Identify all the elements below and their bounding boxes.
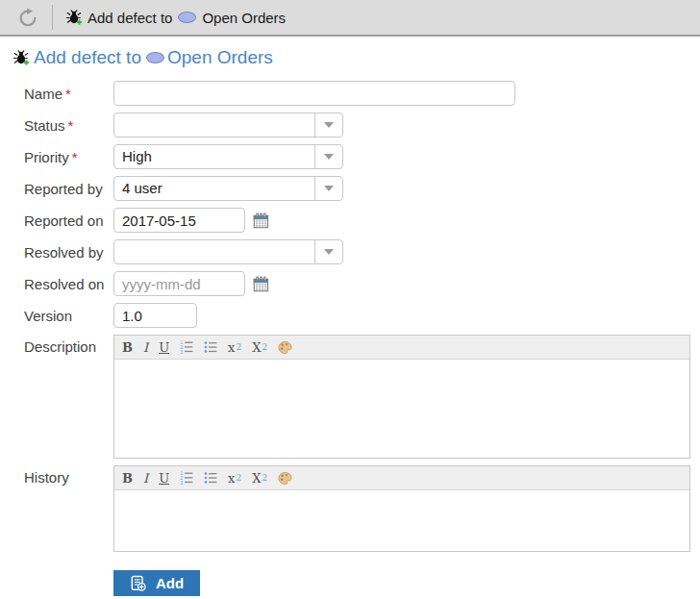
ordered-list-button[interactable]: 123 [180,471,193,485]
form-row-reported-by: Reported by 4 user [24,176,700,201]
required-marker: * [68,117,74,134]
chevron-down-icon [324,122,334,128]
history-editor-toolbar: B I U 123 x2 [114,466,689,490]
required-marker: * [65,86,71,102]
ordered-list-icon: 123 [180,471,193,485]
subscript-button[interactable]: X2 [252,472,267,485]
status-select-value[interactable] [114,113,314,137]
add-document-icon [130,575,146,591]
status-select[interactable] [113,112,343,137]
bullet-list-button[interactable] [204,340,217,354]
svg-text:3: 3 [181,350,184,354]
version-label: Version [24,308,113,324]
form-row-name: Name* [24,81,700,106]
add-button-label: Add [156,575,184,591]
form-row-history: History B I U 123 [24,465,700,552]
italic-button[interactable]: I [143,341,148,354]
history-editor: B I U 123 x2 [113,465,690,552]
chevron-down-icon [324,154,334,160]
defect-form: Name* Status* Priority* High Reported by… [24,81,700,596]
refresh-icon [17,7,38,28]
underline-button[interactable]: U [159,341,169,354]
name-field[interactable] [113,81,515,106]
priority-select[interactable]: High [113,144,343,169]
reported-by-select[interactable]: 4 user [113,176,343,201]
heading-entity-text: Open Orders [167,47,273,68]
italic-button[interactable]: I [143,472,148,485]
description-field[interactable] [114,360,689,458]
superscript-button[interactable]: x2 [228,341,241,354]
name-label: Name* [24,86,113,102]
priority-select-value[interactable]: High [114,145,314,168]
page-title: Add defect to Open Orders [13,47,700,68]
form-row-resolved-on: Resolved on [24,271,700,296]
form-row-priority: Priority* High [24,144,700,169]
topbar-divider [52,5,53,30]
bullet-list-icon [204,340,217,354]
color-palette-button[interactable] [278,340,292,355]
description-label: Description [24,335,113,355]
resolved-by-label: Resolved by [24,244,113,261]
reported-on-label: Reported on [24,212,113,229]
history-label: History [24,465,113,486]
ellipse-icon [146,52,164,63]
reported-by-select-value[interactable]: 4 user [114,177,314,200]
priority-label: Priority* [24,149,113,165]
description-editor: B I U 123 x2 [113,335,690,459]
description-editor-toolbar: B I U 123 x2 [114,336,689,360]
bug-add-icon [13,50,29,65]
topbar-action-text: Add defect to [88,10,172,26]
svg-text:3: 3 [181,481,184,485]
bold-button[interactable]: B [122,472,133,485]
resolved-by-select[interactable] [113,239,343,264]
topbar-title: Add defect to Open Orders [66,10,286,26]
calendar-icon [253,276,269,292]
form-row-description: Description B I U 123 [24,335,700,459]
resolved-by-select-button[interactable] [314,240,342,263]
priority-select-button[interactable] [314,145,342,168]
subscript-button[interactable]: X2 [252,341,267,354]
underline-button[interactable]: U [159,472,169,485]
reported-on-field[interactable] [113,208,245,233]
palette-icon [278,340,292,355]
ordered-list-button[interactable]: 123 [180,340,193,354]
add-button[interactable]: Add [113,570,200,596]
calendar-icon [253,212,269,229]
version-field[interactable] [113,303,197,328]
form-row-resolved-by: Resolved by [24,239,700,264]
reported-on-calendar-button[interactable] [252,212,269,229]
bullet-list-button[interactable] [204,471,217,485]
resolved-on-field[interactable] [113,271,245,296]
resolved-on-calendar-button[interactable] [252,275,269,292]
chevron-down-icon [324,186,334,191]
refresh-button[interactable] [15,5,40,30]
topbar: Add defect to Open Orders [0,0,700,37]
bullet-list-icon [204,471,217,485]
reported-by-label: Reported by [24,181,113,197]
heading-action-text: Add defect to [34,47,141,68]
resolved-on-label: Resolved on [24,276,113,292]
topbar-entity-text: Open Orders [202,10,286,26]
status-label: Status* [24,117,113,134]
form-row-status: Status* [24,112,700,137]
required-marker: * [72,149,78,165]
chevron-down-icon [324,249,334,255]
form-row-version: Version [24,303,700,328]
history-field[interactable] [114,490,689,551]
ellipse-icon [178,12,196,23]
form-row-reported-on: Reported on [24,208,700,233]
resolved-by-select-value[interactable] [114,240,314,263]
superscript-button[interactable]: x2 [228,472,241,485]
bold-button[interactable]: B [122,341,133,354]
ordered-list-icon: 123 [180,340,193,354]
bug-add-icon [66,10,82,25]
color-palette-button[interactable] [278,471,292,486]
palette-icon [278,471,292,486]
status-select-button[interactable] [314,113,342,137]
reported-by-select-button[interactable] [314,177,342,200]
